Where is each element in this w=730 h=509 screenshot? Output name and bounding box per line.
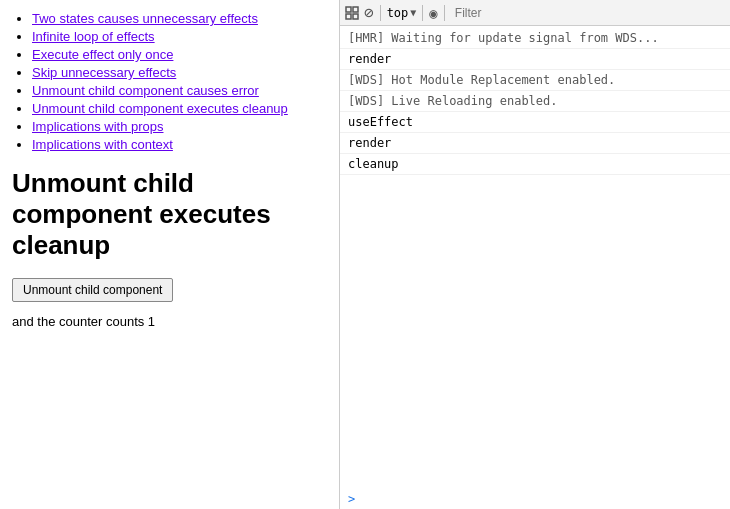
devtools-console: ⊘ top ▼ ◉ [HMR] Waiting for update signa… — [340, 0, 730, 509]
console-line: [WDS] Live Reloading enabled. — [340, 91, 730, 112]
nav-link-infinite-loop[interactable]: Infinite loop of effects — [32, 29, 155, 44]
nav-item-implications-context: Implications with context — [32, 137, 327, 152]
nav-item-skip-unnecessary: Skip unnecessary effects — [32, 65, 327, 80]
nav-list: Two states causes unnecessary effects In… — [12, 11, 327, 152]
no-entry-icon[interactable]: ⊘ — [364, 3, 374, 22]
svg-rect-3 — [353, 14, 358, 19]
console-line: [HMR] Waiting for update signal from WDS… — [340, 28, 730, 49]
console-line: render — [340, 49, 730, 70]
nav-item-two-states: Two states causes unnecessary effects — [32, 11, 327, 26]
nav-link-unmount-error[interactable]: Unmount child component causes error — [32, 83, 259, 98]
page-title: Unmount child component executes cleanup — [12, 168, 327, 262]
dropdown-arrow-icon: ▼ — [410, 7, 416, 18]
toolbar-divider-2 — [422, 5, 423, 21]
nav-link-implications-context[interactable]: Implications with context — [32, 137, 173, 152]
toolbar-divider — [380, 5, 381, 21]
console-line-text: [HMR] Waiting for update signal from WDS… — [348, 29, 722, 47]
toolbar-divider-3 — [444, 5, 445, 21]
prompt-arrow-icon: > — [348, 492, 355, 506]
console-line: cleanup — [340, 154, 730, 175]
nav-link-skip-unnecessary[interactable]: Skip unnecessary effects — [32, 65, 176, 80]
svg-rect-0 — [346, 7, 351, 12]
counter-text: and the counter counts 1 — [12, 314, 327, 329]
console-line: useEffect — [340, 112, 730, 133]
unmount-child-button[interactable]: Unmount child component — [12, 278, 173, 302]
console-line-text: useEffect — [348, 113, 722, 131]
svg-rect-1 — [353, 7, 358, 12]
console-output: [HMR] Waiting for update signal from WDS… — [340, 26, 730, 489]
context-label: top — [387, 6, 409, 20]
nav-link-implications-props[interactable]: Implications with props — [32, 119, 164, 134]
svg-rect-2 — [346, 14, 351, 19]
console-line-text: [WDS] Hot Module Replacement enabled. — [348, 71, 722, 89]
console-toolbar: ⊘ top ▼ ◉ — [340, 0, 730, 26]
left-panel: Two states causes unnecessary effects In… — [0, 0, 340, 509]
nav-item-infinite-loop: Infinite loop of effects — [32, 29, 327, 44]
console-line: render — [340, 133, 730, 154]
console-line-text: render — [348, 50, 722, 68]
console-prompt-input[interactable] — [359, 492, 722, 506]
inspect-icon[interactable] — [344, 5, 360, 21]
nav-link-two-states[interactable]: Two states causes unnecessary effects — [32, 11, 258, 26]
filter-input[interactable] — [451, 6, 726, 20]
console-line-text: [WDS] Live Reloading enabled. — [348, 92, 722, 110]
nav-link-execute-once[interactable]: Execute effect only once — [32, 47, 173, 62]
console-line-text: cleanup — [348, 155, 722, 173]
nav-item-execute-once: Execute effect only once — [32, 47, 327, 62]
nav-link-unmount-cleanup[interactable]: Unmount child component executes cleanup — [32, 101, 288, 116]
console-prompt: > — [340, 489, 730, 509]
console-line: [WDS] Hot Module Replacement enabled. — [340, 70, 730, 91]
nav-item-implications-props: Implications with props — [32, 119, 327, 134]
console-line-text: render — [348, 134, 722, 152]
nav-item-unmount-error: Unmount child component causes error — [32, 83, 327, 98]
nav-item-unmount-cleanup: Unmount child component executes cleanup — [32, 101, 327, 116]
context-selector[interactable]: top ▼ — [387, 6, 417, 20]
eye-icon[interactable]: ◉ — [429, 5, 437, 21]
